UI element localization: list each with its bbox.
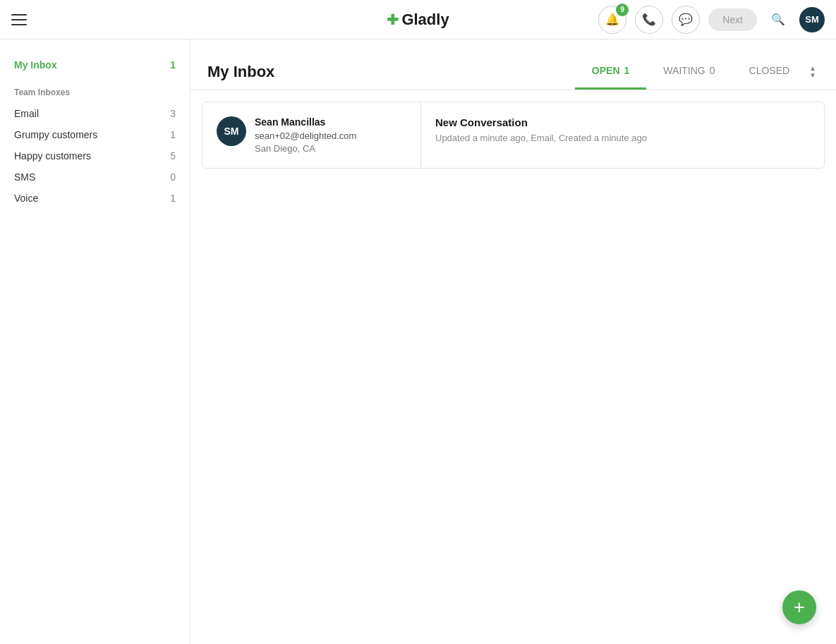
tab-waiting[interactable]: WAITING 0 <box>646 54 732 90</box>
page-title: My Inbox <box>207 63 274 81</box>
conversation-subject: New Conversation <box>435 116 810 128</box>
sidebar-item-email-count: 3 <box>170 108 176 119</box>
sidebar-item-voice-count: 1 <box>170 193 176 204</box>
search-icon: 🔍 <box>771 13 785 26</box>
sidebar-item-grumpy-customers[interactable]: Grumpy customers 1 <box>0 124 190 145</box>
search-button[interactable]: 🔍 <box>765 7 791 32</box>
my-inbox-count: 1 <box>170 59 176 71</box>
sidebar-item-my-inbox[interactable]: My Inbox 1 <box>0 54 190 76</box>
sidebar-item-email-label: Email <box>14 108 39 119</box>
new-conversation-fab[interactable]: + <box>782 590 816 624</box>
chevron-up-icon: ▲ <box>809 65 816 72</box>
chat-icon: 💬 <box>679 13 693 26</box>
tab-closed-label: CLOSED <box>749 65 790 76</box>
app-header: ✚ Gladly 🔔 9 📞 💬 Next 🔍 SM <box>0 0 836 40</box>
sidebar-item-sms-count: 0 <box>170 171 176 183</box>
my-inbox-label: My Inbox <box>14 59 57 71</box>
conversation-contact-location: San Diego, CA <box>255 143 406 154</box>
tab-waiting-label: WAITING <box>663 65 705 76</box>
logo-text: Gladly <box>401 11 449 29</box>
chat-button[interactable]: 💬 <box>672 6 700 34</box>
logo[interactable]: ✚ Gladly <box>387 11 449 29</box>
sidebar-item-happy-count: 5 <box>170 150 176 162</box>
conversation-contact-name: Sean Mancillas <box>255 116 406 128</box>
notifications-button[interactable]: 🔔 9 <box>598 6 626 34</box>
conversation-meta: Updated a minute ago, Email, Created a m… <box>435 133 810 143</box>
conversation-left-panel: SM Sean Mancillas sean+02@delighted.com … <box>202 102 421 168</box>
logo-plus-icon: ✚ <box>387 11 399 28</box>
sort-arrows[interactable]: ▲ ▼ <box>806 65 819 79</box>
main-layout: My Inbox 1 Team Inboxes Email 3 Grumpy c… <box>0 40 836 644</box>
header-left <box>11 14 27 25</box>
sidebar: My Inbox 1 Team Inboxes Email 3 Grumpy c… <box>0 40 190 644</box>
sidebar-item-grumpy-label: Grumpy customers <box>14 129 97 140</box>
notification-badge: 9 <box>616 4 629 16</box>
sidebar-item-voice[interactable]: Voice 1 <box>0 188 190 209</box>
next-button[interactable]: Next <box>708 8 757 31</box>
conversation-card[interactable]: SM Sean Mancillas sean+02@delighted.com … <box>202 102 825 169</box>
sidebar-item-email[interactable]: Email 3 <box>0 103 190 124</box>
main-content: My Inbox OPEN 1 WAITING 0 CLOSED <box>190 40 836 644</box>
conversation-contact-info: Sean Mancillas sean+02@delighted.com San… <box>255 116 406 154</box>
tab-bar: OPEN 1 WAITING 0 CLOSED <box>575 54 806 90</box>
hamburger-menu-icon[interactable] <box>11 14 27 25</box>
sidebar-item-grumpy-count: 1 <box>170 129 176 140</box>
sidebar-item-happy-label: Happy customers <box>14 150 91 162</box>
tab-open[interactable]: OPEN 1 <box>575 54 646 90</box>
header-right: 🔔 9 📞 💬 Next 🔍 SM <box>598 6 825 34</box>
tab-open-label: OPEN <box>592 65 620 76</box>
conversation-list: SM Sean Mancillas sean+02@delighted.com … <box>190 90 836 644</box>
phone-button[interactable]: 📞 <box>635 6 663 34</box>
conversation-right-panel: New Conversation Updated a minute ago, E… <box>421 102 824 168</box>
team-inboxes-label: Team Inboxes <box>0 76 190 103</box>
conversation-contact-email: sean+02@delighted.com <box>255 130 406 141</box>
chevron-down-icon: ▼ <box>809 72 816 79</box>
sidebar-item-sms[interactable]: SMS 0 <box>0 166 190 188</box>
tab-closed[interactable]: CLOSED <box>732 54 807 90</box>
conversation-avatar: SM <box>217 116 246 146</box>
phone-icon: 📞 <box>642 13 656 26</box>
sidebar-item-sms-label: SMS <box>14 171 35 183</box>
tab-waiting-count: 0 <box>710 65 715 76</box>
sidebar-item-happy-customers[interactable]: Happy customers 5 <box>0 145 190 166</box>
sidebar-item-voice-label: Voice <box>14 193 38 204</box>
main-header: My Inbox OPEN 1 WAITING 0 CLOSED <box>190 40 836 90</box>
user-avatar[interactable]: SM <box>799 7 825 32</box>
gladly-logo[interactable]: ✚ Gladly <box>387 11 449 29</box>
tab-open-count: 1 <box>624 65 630 76</box>
